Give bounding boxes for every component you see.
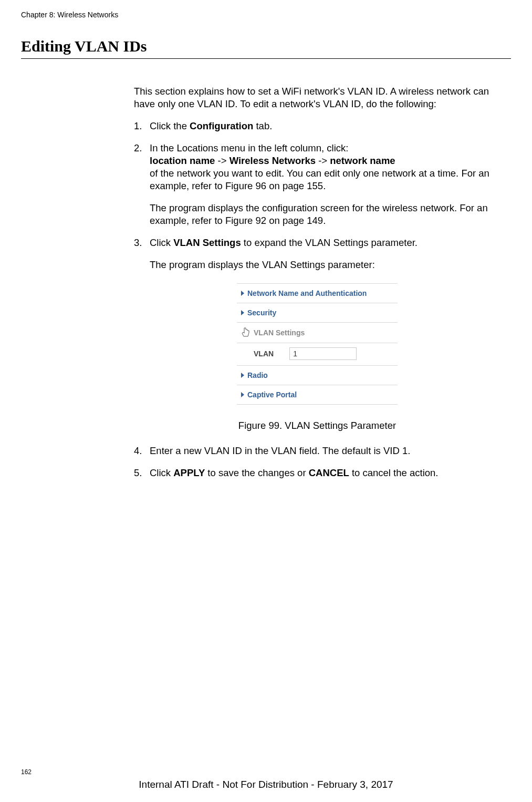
- step-2: 2. In the Locations menu in the left col…: [134, 142, 500, 227]
- step-text: In the Locations menu in the left column…: [150, 142, 348, 153]
- step-text: to save the changes or: [205, 467, 308, 478]
- panel-item-radio[interactable]: Radio: [237, 366, 398, 385]
- step-body: Enter a new VLAN ID in the VLAN field. T…: [150, 445, 500, 457]
- step-5: 5. Click APPLY to save the changes or CA…: [134, 467, 500, 479]
- step-text: Click: [150, 467, 173, 478]
- step-subtext: The program displays the VLAN Settings p…: [150, 259, 500, 271]
- arrow-text: ->: [215, 155, 229, 166]
- panel-label: Security: [247, 308, 276, 317]
- step-body: Click the Configuration tab.: [150, 120, 500, 132]
- title-rule: [21, 58, 511, 59]
- panel-label: Network Name and Authentication: [247, 289, 367, 298]
- step-body: Click APPLY to save the changes or CANCE…: [150, 467, 500, 479]
- bold-wireless-networks: Wireless Networks: [230, 155, 316, 166]
- panel-item-network-name-auth[interactable]: Network Name and Authentication: [237, 284, 398, 303]
- section-title: Editing VLAN IDs: [21, 37, 511, 55]
- chevron-right-icon: [241, 392, 244, 397]
- step-number: 5.: [134, 467, 150, 479]
- step-text: to cancel the action.: [349, 467, 439, 478]
- hand-cursor-icon: [241, 327, 251, 338]
- step-body: Click VLAN Settings to expand the VLAN S…: [150, 237, 500, 271]
- arrow-text: ->: [316, 155, 330, 166]
- panel-item-security[interactable]: Security: [237, 303, 398, 323]
- bold-configuration: Configuration: [190, 120, 253, 131]
- bold-vlan-settings: VLAN Settings: [173, 237, 241, 248]
- chevron-right-icon: [241, 291, 244, 296]
- content-body: This section explains how to set a WiFi …: [134, 85, 500, 479]
- step-3: 3. Click VLAN Settings to expand the VLA…: [134, 237, 500, 271]
- step-subtext: The program displays the configuration s…: [150, 202, 500, 227]
- step-text: Click: [150, 237, 173, 248]
- step-1: 1. Click the Configuration tab.: [134, 120, 500, 132]
- panel-item-captive-portal[interactable]: Captive Portal: [237, 385, 398, 405]
- figure-area: Network Name and Authentication Security…: [134, 283, 500, 433]
- chevron-right-icon: [241, 310, 244, 315]
- panel-label: Captive Portal: [247, 390, 297, 399]
- page-number: 162: [21, 768, 32, 776]
- chapter-header: Chapter 8: Wireless Networks: [21, 11, 511, 19]
- panel-label: Radio: [247, 371, 268, 380]
- step-text: Enter a new VLAN ID in the VLAN field. T…: [150, 445, 410, 456]
- step-number: 2.: [134, 142, 150, 227]
- bold-cancel: CANCEL: [309, 467, 349, 478]
- step-text: Click the: [150, 120, 190, 131]
- settings-panel: Network Name and Authentication Security…: [237, 283, 398, 405]
- footer-text: Internal ATI Draft - Not For Distributio…: [0, 779, 532, 790]
- step-text: tab.: [253, 120, 272, 131]
- chevron-right-icon: [241, 373, 244, 378]
- figure-caption: Figure 99. VLAN Settings Parameter: [238, 419, 396, 432]
- panel-label: VLAN Settings: [254, 328, 305, 337]
- step-4: 4. Enter a new VLAN ID in the VLAN field…: [134, 445, 500, 457]
- bold-network-name: network name: [330, 155, 395, 166]
- step-number: 4.: [134, 445, 150, 457]
- step-body: In the Locations menu in the left column…: [150, 142, 500, 227]
- step-number: 1.: [134, 120, 150, 132]
- step-text: to expand the VLAN Settings parameter.: [241, 237, 418, 248]
- bold-apply: APPLY: [173, 467, 205, 478]
- panel-item-vlan-settings[interactable]: VLAN Settings: [237, 323, 398, 343]
- step-text: of the network you want to edit. You can…: [150, 168, 489, 191]
- vlan-field-label: VLAN: [254, 349, 274, 358]
- vlan-row: VLAN: [237, 343, 398, 366]
- step-number: 3.: [134, 237, 150, 271]
- bold-location-name: location name: [150, 155, 215, 166]
- intro-paragraph: This section explains how to set a WiFi …: [134, 85, 500, 110]
- vlan-input[interactable]: [289, 347, 357, 360]
